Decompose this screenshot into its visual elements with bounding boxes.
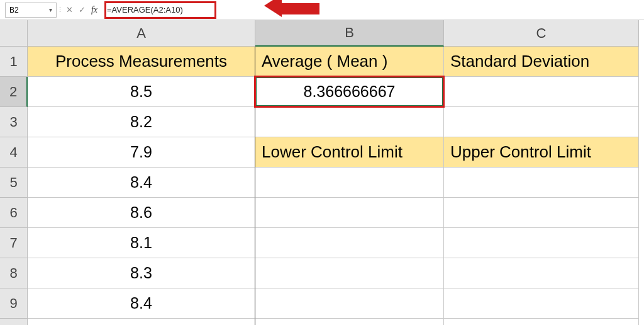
row-header-9[interactable]: 9 (0, 288, 28, 319)
row-header-6[interactable]: 6 (0, 198, 28, 228)
col-header-B[interactable]: B (255, 20, 444, 47)
formula-bar: B2 ▾ ⋮ ✕ ✓ fx =AVERAGE(A2:A10) (0, 0, 644, 20)
row-header-5[interactable]: 5 (0, 168, 28, 198)
cell-B2-value: 8.366666667 (304, 83, 396, 101)
row-header-3[interactable]: 3 (0, 107, 28, 137)
name-box-value: B2 (9, 6, 19, 14)
col-header-A[interactable]: A (28, 20, 255, 47)
cell-C8[interactable] (444, 258, 639, 288)
name-box[interactable]: B2 ▾ (5, 3, 57, 18)
cell-C5[interactable] (444, 168, 639, 198)
cell-B7[interactable] (255, 228, 444, 258)
cell-B8[interactable] (255, 258, 444, 288)
row-header-10[interactable]: 10 (0, 319, 28, 325)
cell-B3[interactable] (255, 107, 444, 137)
fx-icon[interactable]: fx (88, 4, 101, 16)
cell-A7[interactable]: 8.1 (28, 228, 255, 258)
cell-A5[interactable]: 8.4 (28, 168, 255, 198)
confirm-icon[interactable]: ✓ (75, 4, 88, 16)
cell-C7[interactable] (444, 228, 639, 258)
cell-A6[interactable]: 8.6 (28, 198, 255, 228)
cell-A2[interactable]: 8.5 (28, 77, 255, 107)
divider-icon: ⋮ (58, 4, 62, 16)
cell-A8[interactable]: 8.3 (28, 258, 255, 288)
cell-B2[interactable]: 8.366666667 (255, 77, 444, 107)
cell-A9[interactable]: 8.4 (28, 288, 255, 319)
row-header-7[interactable]: 7 (0, 228, 28, 258)
cell-C9[interactable] (444, 288, 639, 319)
formula-input[interactable]: =AVERAGE(A2:A10) (104, 3, 186, 18)
formula-input-wrap: =AVERAGE(A2:A10) (104, 3, 639, 18)
cell-B10[interactable] (255, 319, 444, 325)
cell-C6[interactable] (444, 198, 639, 228)
cell-C2[interactable] (444, 77, 639, 107)
cell-B6[interactable] (255, 198, 444, 228)
col-header-C[interactable]: C (444, 20, 639, 47)
arrow-annotation (264, 0, 319, 17)
cell-C10[interactable] (444, 319, 639, 325)
cell-C1[interactable]: Standard Deviation (444, 47, 639, 77)
cancel-icon[interactable]: ✕ (63, 4, 75, 16)
chevron-down-icon: ▾ (49, 6, 52, 13)
select-all-corner[interactable] (0, 20, 28, 47)
cell-A10[interactable]: 8.9 (28, 319, 255, 325)
cell-C3[interactable] (444, 107, 639, 137)
row-header-4[interactable]: 4 (0, 137, 28, 168)
row-header-1[interactable]: 1 (0, 47, 28, 77)
row-header-8[interactable]: 8 (0, 258, 28, 288)
cell-A1[interactable]: Process Measurements (28, 47, 255, 77)
cell-A4[interactable]: 7.9 (28, 137, 255, 168)
cell-B5[interactable] (255, 168, 444, 198)
cell-B1[interactable]: Average ( Mean ) (255, 47, 444, 77)
cell-A3[interactable]: 8.2 (28, 107, 255, 137)
cell-B9[interactable] (255, 288, 444, 319)
cell-B4[interactable]: Lower Control Limit (255, 137, 444, 168)
cell-C4[interactable]: Upper Control Limit (444, 137, 639, 168)
row-header-2[interactable]: 2 (0, 77, 28, 107)
spreadsheet-grid: A B C 1 Process Measurements Average ( M… (0, 20, 644, 325)
